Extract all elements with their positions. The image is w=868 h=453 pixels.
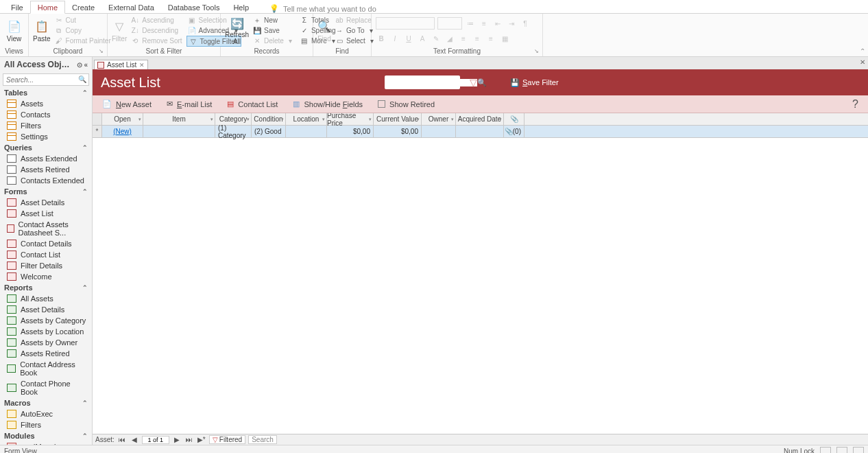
nav-item-welcome[interactable]: Welcome: [0, 271, 92, 282]
filter-funnel-icon[interactable]: ▽: [470, 77, 477, 88]
nav-item-contacts[interactable]: Contacts: [0, 109, 92, 120]
col-category[interactable]: Category▾: [215, 113, 252, 125]
nav-item-contact-list[interactable]: Contact List: [0, 249, 92, 260]
nav-group-tables[interactable]: Tables⌃: [0, 87, 92, 98]
nav-search-input[interactable]: [3, 73, 89, 86]
tell-me-search[interactable]: 💡 Tell me what you want to do: [269, 4, 376, 13]
datasheet-view-button[interactable]: [836, 447, 847, 454]
ascending-button[interactable]: A↓Ascending: [130, 15, 183, 25]
ribbon-collapse-button[interactable]: ⌃: [860, 47, 865, 55]
col-acquired-date[interactable]: Acquired Date▾: [456, 113, 504, 125]
tab-help[interactable]: Help: [226, 1, 256, 13]
view-button[interactable]: 📄 View: [4, 15, 24, 47]
nav-item-assets[interactable]: Assets: [0, 98, 92, 109]
nav-item-assets-by-owner[interactable]: Assets by Owner: [0, 337, 92, 348]
col-owner[interactable]: Owner▾: [422, 113, 456, 125]
recnav-search[interactable]: Search: [248, 435, 277, 444]
close-document-button[interactable]: ✕: [860, 58, 865, 66]
nav-item-modmapping[interactable]: modMapping: [0, 441, 92, 445]
contact-list-button[interactable]: ▤ Contact List: [227, 100, 278, 108]
nav-item-assets-extended[interactable]: Assets Extended: [0, 153, 92, 164]
remove-sort-button[interactable]: ⟲Remove Sort: [130, 36, 183, 46]
nav-item-asset-details[interactable]: Asset Details: [0, 304, 92, 315]
table-row[interactable]: * (New) (1) Category (2) Good $0,00 $0,0…: [93, 126, 868, 138]
nav-item-contact-assets-datasheet-s-[interactable]: Contact Assets Datasheet S...: [0, 219, 92, 238]
nav-group-forms[interactable]: Forms⌃: [0, 186, 92, 197]
nav-item-filters[interactable]: Filters: [0, 419, 92, 430]
doc-tab-asset-list[interactable]: Asset List ✕: [94, 60, 148, 69]
find-button[interactable]: 🔍 Find: [317, 15, 331, 47]
cell-open[interactable]: (New): [102, 126, 143, 137]
last-record-button[interactable]: ⏭: [184, 436, 194, 443]
new-record-button[interactable]: ＋New: [252, 15, 296, 25]
cell-owner[interactable]: [422, 126, 456, 137]
col-open[interactable]: Open▾: [102, 113, 143, 125]
cell-acquired[interactable]: [456, 126, 504, 137]
nav-group-macros[interactable]: Macros⌃: [0, 397, 92, 408]
col-purchase-price[interactable]: Purchase Price▾: [327, 113, 374, 125]
col-attachments[interactable]: 📎: [504, 113, 525, 125]
prev-record-button[interactable]: ◀: [130, 436, 139, 443]
cell-attachments[interactable]: 📎(0): [504, 126, 525, 137]
nav-item-filter-details[interactable]: Filter Details: [0, 260, 92, 271]
select-all-button[interactable]: [93, 113, 102, 125]
nav-collapse-icon[interactable]: «: [84, 61, 88, 69]
save-filter-button[interactable]: 💾 Save Filter: [510, 78, 559, 87]
cut-button[interactable]: ✂Cut: [53, 15, 112, 25]
nav-group-modules[interactable]: Modules⌃: [0, 430, 92, 441]
new-asset-button[interactable]: 📄 New Asset: [102, 100, 152, 108]
nav-item-assets-by-location[interactable]: Assets by Location: [0, 326, 92, 337]
close-tab-icon[interactable]: ✕: [139, 62, 145, 69]
tab-external-data[interactable]: External Data: [101, 1, 161, 13]
cell-location[interactable]: [286, 126, 327, 137]
show-hide-fields-button[interactable]: ▥ Show/Hide Fields: [293, 100, 363, 108]
nav-item-autoexec[interactable]: AutoExec: [0, 408, 92, 419]
tab-database-tools[interactable]: Database Tools: [161, 1, 227, 13]
nav-item-settings[interactable]: Settings: [0, 131, 92, 142]
layout-view-button[interactable]: [853, 447, 864, 454]
nav-item-asset-details[interactable]: Asset Details: [0, 197, 92, 208]
cell-value[interactable]: $0,00: [374, 126, 422, 137]
nav-item-contact-details[interactable]: Contact Details: [0, 238, 92, 249]
row-selector[interactable]: *: [93, 126, 102, 137]
nav-item-asset-list[interactable]: Asset List: [0, 208, 92, 219]
tab-create[interactable]: Create: [65, 1, 101, 13]
cell-item[interactable]: [143, 126, 215, 137]
nav-header[interactable]: All Access Obj… ⊙ «: [0, 57, 92, 72]
nav-group-reports[interactable]: Reports⌃: [0, 282, 92, 293]
cell-category[interactable]: (1) Category: [215, 126, 252, 137]
nav-item-assets-by-category[interactable]: Assets by Category: [0, 315, 92, 326]
col-condition[interactable]: Condition▾: [252, 113, 286, 125]
nav-dropdown-icon[interactable]: ⊙: [77, 61, 82, 69]
search-icon[interactable]: 🔍: [477, 78, 487, 87]
col-item[interactable]: Item▾: [143, 113, 215, 125]
nav-item-all-assets[interactable]: All Assets: [0, 293, 92, 304]
descending-button[interactable]: Z↓Descending: [130, 25, 183, 36]
nav-item-contact-address-book[interactable]: Contact Address Book: [0, 359, 92, 378]
paste-button[interactable]: 📋 Paste: [33, 15, 51, 47]
refresh-all-button[interactable]: 🔄 Refresh All: [225, 15, 249, 47]
nav-item-assets-retired[interactable]: Assets Retired: [0, 348, 92, 359]
delete-record-button[interactable]: ✕Delete▾: [252, 36, 296, 46]
col-current-value[interactable]: Current Value▾: [374, 113, 422, 125]
col-location[interactable]: Location▾: [286, 113, 327, 125]
filtered-indicator[interactable]: ▽Filtered: [209, 435, 245, 444]
copy-button[interactable]: ⧉Copy: [53, 25, 112, 36]
textfmt-dialog-launcher[interactable]: ↘: [534, 48, 541, 55]
tab-file[interactable]: File: [4, 1, 30, 13]
nav-item-filters[interactable]: Filters: [0, 120, 92, 131]
nav-item-contact-phone-book[interactable]: Contact Phone Book: [0, 378, 92, 397]
tab-home[interactable]: Home: [30, 1, 65, 14]
first-record-button[interactable]: ⏮: [117, 436, 127, 443]
nav-item-assets-retired[interactable]: Assets Retired: [0, 164, 92, 175]
help-button[interactable]: ?: [852, 98, 858, 111]
cell-condition[interactable]: (2) Good: [252, 126, 286, 137]
save-record-button[interactable]: 💾Save: [252, 25, 296, 36]
cell-price[interactable]: $0,00: [327, 126, 374, 137]
email-list-button[interactable]: ✉ E-mail List: [167, 100, 212, 108]
record-position-input[interactable]: [142, 436, 169, 444]
filter-button[interactable]: ▽ Filter: [112, 15, 127, 47]
nav-item-contacts-extended[interactable]: Contacts Extended: [0, 175, 92, 186]
clipboard-dialog-launcher[interactable]: ↘: [99, 48, 106, 55]
new-record-nav-button[interactable]: ▶*: [197, 436, 206, 443]
